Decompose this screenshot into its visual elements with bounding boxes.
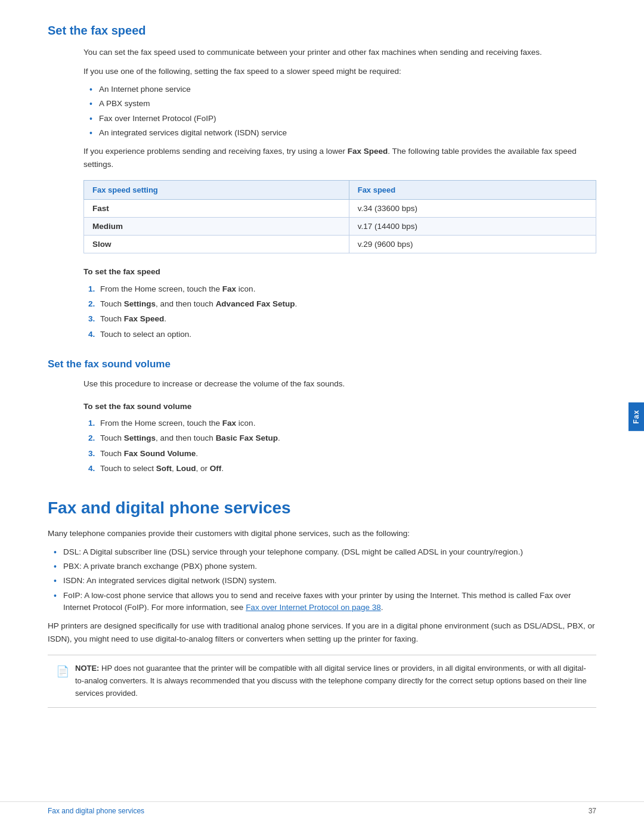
- fax-digital-bullets: DSL: A Digital subscriber line (DSL) ser…: [54, 546, 596, 614]
- fax-speed-intro2: If you use one of the following, setting…: [83, 65, 596, 78]
- footer-left: Fax and digital phone services: [48, 807, 144, 815]
- table-cell-setting: Fast: [84, 200, 349, 218]
- page-footer: Fax and digital phone services 37: [0, 801, 644, 815]
- note-label: NOTE:: [75, 664, 99, 673]
- footer-page-number: 37: [589, 807, 596, 815]
- table-cell-setting: Medium: [84, 218, 349, 236]
- table-row: Slow v.29 (9600 bps): [84, 236, 596, 253]
- table-header-setting: Fax speed setting: [84, 181, 349, 200]
- table-cell-speed: v.17 (14400 bps): [349, 218, 596, 236]
- note-body: HP does not guarantee that the printer w…: [75, 664, 587, 698]
- fax-speed-steps: From the Home screen, touch the Fax icon…: [83, 283, 596, 340]
- step-item: Touch Fax Speed.: [83, 313, 596, 325]
- note-icon: 📄: [56, 663, 69, 680]
- fax-digital-intro: Many telephone companies provide their c…: [48, 527, 596, 540]
- note-text: NOTE: HP does not guarantee that the pri…: [75, 662, 588, 699]
- list-item: Fax over Internet Protocol (FoIP): [89, 113, 596, 125]
- list-item: FoIP: A low-cost phone service that allo…: [54, 590, 596, 614]
- list-item: An Internet phone service: [89, 83, 596, 95]
- fax-speed-heading: Set the fax speed: [48, 24, 596, 38]
- fax-sound-steps: From the Home screen, touch the Fax icon…: [83, 417, 596, 475]
- table-row: Medium v.17 (14400 bps): [84, 218, 596, 236]
- fax-speed-intro1: You can set the fax speed used to commun…: [83, 46, 596, 59]
- step-item: Touch to select Soft, Loud, or Off.: [83, 463, 596, 475]
- fax-digital-para: HP printers are designed specifically fo…: [48, 620, 596, 645]
- step-item: Touch to select an option.: [83, 329, 596, 340]
- fax-sound-intro: Use this procedure to increase or decrea…: [83, 377, 596, 391]
- list-item: A PBX system: [89, 98, 596, 110]
- step-item: Touch Settings, and then touch Advanced …: [83, 298, 596, 310]
- fax-sound-heading: Set the fax sound volume: [48, 358, 596, 370]
- side-tab: Fax: [628, 402, 644, 431]
- fax-digital-heading: Fax and digital phone services: [48, 498, 596, 518]
- step-item: Touch Settings, and then touch Basic Fax…: [83, 432, 596, 444]
- list-item: An integrated services digital network (…: [89, 127, 596, 139]
- fax-speed-bullets: An Internet phone service A PBX system F…: [89, 83, 596, 139]
- table-row: Fast v.34 (33600 bps): [84, 200, 596, 218]
- step-item: From the Home screen, touch the Fax icon…: [83, 283, 596, 295]
- list-item: DSL: A Digital subscriber line (DSL) ser…: [54, 546, 596, 558]
- list-item: ISDN: An integrated services digital net…: [54, 575, 596, 587]
- list-item: PBX: A private branch exchange (PBX) pho…: [54, 561, 596, 572]
- fax-speed-table: Fax speed setting Fax speed Fast v.34 (3…: [83, 180, 596, 253]
- table-cell-speed: v.34 (33600 bps): [349, 200, 596, 218]
- table-cell-setting: Slow: [84, 236, 349, 253]
- step-item: Touch Fax Sound Volume.: [83, 448, 596, 460]
- note-box: 📄 NOTE: HP does not guarantee that the p…: [48, 655, 596, 707]
- step-item: From the Home screen, touch the Fax icon…: [83, 417, 596, 429]
- fax-speed-steps-heading: To set the fax speed: [83, 265, 596, 278]
- fax-sound-steps-heading: To set the fax sound volume: [83, 400, 596, 413]
- foip-link[interactable]: Fax over Internet Protocol on page 38: [246, 603, 381, 612]
- fax-speed-table-note: If you experience problems sending and r…: [83, 145, 596, 171]
- table-header-speed: Fax speed: [349, 181, 596, 200]
- table-cell-speed: v.29 (9600 bps): [349, 236, 596, 253]
